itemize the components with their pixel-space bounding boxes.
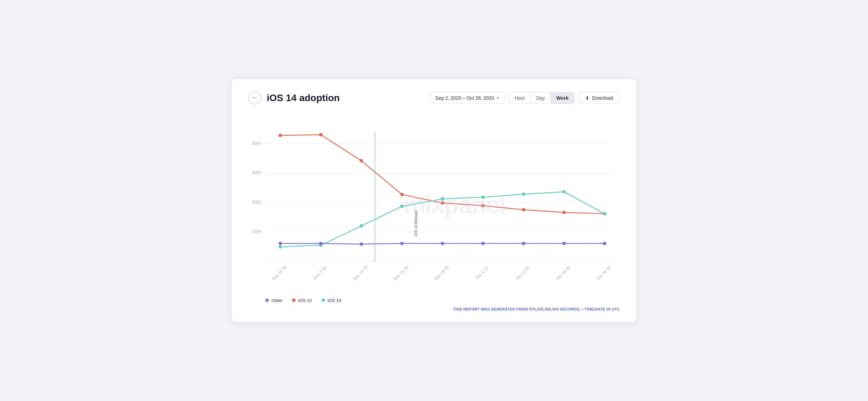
chevron-down-icon: ▾ <box>497 96 499 100</box>
svg-point-37 <box>603 212 606 215</box>
svg-text:Sep. 7 '20: Sep. 7 '20 <box>313 265 327 280</box>
svg-point-31 <box>360 224 363 228</box>
page-title: iOS 14 adoption <box>267 93 340 104</box>
footer-records: 874,226,466,943 <box>529 307 559 311</box>
svg-point-40 <box>360 242 363 246</box>
svg-point-42 <box>441 242 444 245</box>
svg-text:Oct. 19 '20: Oct. 19 '20 <box>555 265 571 280</box>
date-range-label: Sep 2, 2020 – Oct 28, 2020 <box>435 95 494 101</box>
chart-svg: 80% 60% 40% 20% Aug. 31 '20 Sep. 7 '20 S… <box>248 116 620 294</box>
svg-point-43 <box>481 242 485 245</box>
svg-point-22 <box>360 159 363 162</box>
svg-point-25 <box>481 204 485 207</box>
ios14-label: iOS 14 <box>328 298 341 303</box>
download-button[interactable]: ⬇ Download <box>579 92 620 104</box>
svg-point-29 <box>279 245 282 248</box>
ios14-dot <box>322 299 325 302</box>
svg-point-32 <box>400 205 403 208</box>
svg-text:40%: 40% <box>252 199 261 205</box>
svg-text:20%: 20% <box>252 229 261 234</box>
svg-point-24 <box>441 201 444 205</box>
svg-point-39 <box>319 242 323 245</box>
svg-text:Sep. 21 '20: Sep. 21 '20 <box>393 265 409 281</box>
ios13-dot <box>292 299 296 302</box>
svg-point-33 <box>441 197 444 200</box>
header-right: Sep 2, 2020 – Oct 28, 2020 ▾ Hour Day We… <box>430 92 620 104</box>
legend-ios13: iOS 13 <box>292 298 312 303</box>
svg-text:Oct. 26 '20: Oct. 26 '20 <box>596 265 611 280</box>
svg-text:60%: 60% <box>252 170 261 175</box>
hour-toggle[interactable]: Hour <box>509 93 531 104</box>
footer-prefix: THIS REPORT WAS GENERATED FROM <box>453 307 529 311</box>
week-toggle[interactable]: Week <box>551 93 574 104</box>
svg-point-36 <box>562 190 566 193</box>
main-card: ← iOS 14 adoption Sep 2, 2020 – Oct 28, … <box>232 79 636 322</box>
svg-point-21 <box>319 133 323 136</box>
svg-point-38 <box>279 242 282 245</box>
footer-note: THIS REPORT WAS GENERATED FROM 874,226,4… <box>248 307 620 311</box>
back-button[interactable]: ← <box>248 92 261 105</box>
download-label: Download <box>592 95 613 101</box>
svg-text:Oct. 5 '20: Oct. 5 '20 <box>475 266 489 280</box>
svg-text:80%: 80% <box>252 141 261 146</box>
download-icon: ⬇ <box>585 95 589 101</box>
svg-text:Oct. 12 '20: Oct. 12 '20 <box>515 265 530 280</box>
footer-suffix: RECORDS. • TIME/DATE IN UTC <box>559 307 620 311</box>
ios13-label: iOS 13 <box>298 298 312 303</box>
older-label: Older <box>272 298 282 303</box>
date-range-button[interactable]: Sep 2, 2020 – Oct 28, 2020 ▾ <box>430 92 505 104</box>
svg-text:Sep. 14 '20: Sep. 14 '20 <box>352 265 369 281</box>
svg-point-26 <box>522 208 525 211</box>
svg-text:iOS 14 Release: iOS 14 Release <box>414 210 418 236</box>
time-toggle-group: Hour Day Week <box>509 92 575 104</box>
svg-point-27 <box>562 210 566 214</box>
legend: Older iOS 13 iOS 14 <box>248 298 620 303</box>
svg-point-23 <box>400 193 403 196</box>
day-toggle[interactable]: Day <box>531 93 551 104</box>
svg-point-46 <box>603 242 606 245</box>
svg-point-34 <box>481 195 485 199</box>
svg-point-45 <box>562 242 566 245</box>
svg-point-41 <box>400 242 403 245</box>
legend-ios14: iOS 14 <box>322 298 341 303</box>
header: ← iOS 14 adoption Sep 2, 2020 – Oct 28, … <box>248 92 620 105</box>
svg-point-20 <box>279 134 282 137</box>
svg-point-44 <box>522 242 525 245</box>
svg-point-35 <box>522 192 525 196</box>
chart-area: mixpanel 80% 60% 40% 20% Aug. 31 '20 Sep… <box>248 116 620 294</box>
legend-older: Older <box>265 298 282 303</box>
svg-text:Aug. 31 '20: Aug. 31 '20 <box>271 265 287 281</box>
older-dot <box>265 299 269 302</box>
svg-text:Sep. 28 '20: Sep. 28 '20 <box>433 265 449 281</box>
header-left: ← iOS 14 adoption <box>248 92 340 105</box>
back-icon: ← <box>252 94 258 101</box>
